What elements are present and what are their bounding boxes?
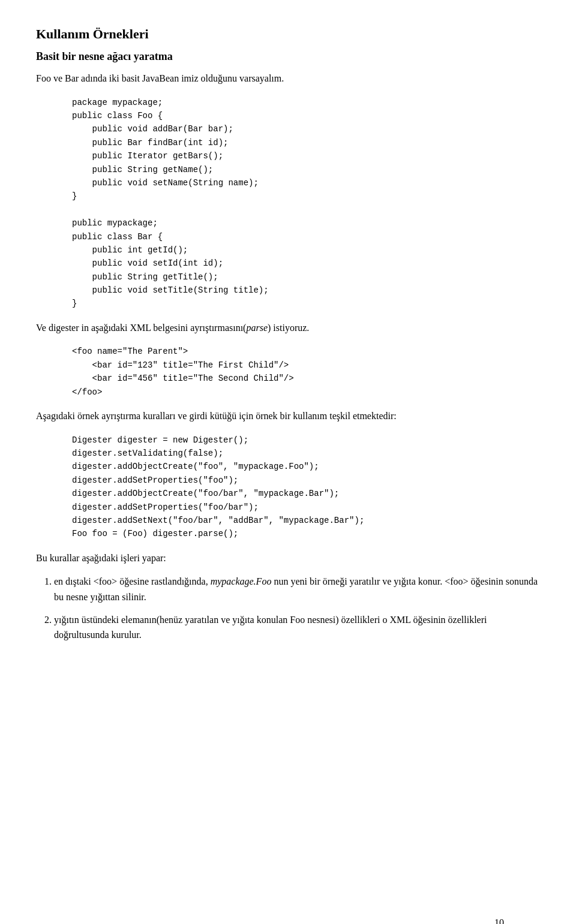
subsection-title: Basit bir nesne ağacı yaratma (36, 49, 540, 65)
middle-paragraph-end: ) istiyoruz. (268, 323, 309, 333)
code-block-1: package mypackage; public class Foo { pu… (72, 96, 540, 311)
list-item-2: yığıtın üstündeki elemanın(henüz yaratıl… (54, 612, 540, 643)
section-title: Kullanım Örnekleri (36, 24, 540, 44)
list-item-1-italic: mypackage.Foo (211, 576, 272, 586)
rules-title: Bu kurallar aşağıdaki işleri yapar: (36, 550, 540, 566)
intro-paragraph: Foo ve Bar adında iki basit JavaBean imi… (36, 71, 540, 86)
middle-paragraph-italic: parse (246, 323, 268, 333)
list-item-1-text-before: en dıştaki <foo> öğesine rastlandığında, (54, 576, 211, 586)
code-block-2: Digester digester = new Digester(); dige… (72, 434, 540, 541)
middle-paragraph-text: Ve digester in aşağıdaki XML belgesini a… (36, 323, 246, 333)
rules-list: en dıştaki <foo> öğesine rastlandığında,… (54, 574, 540, 642)
page-number: 10 (494, 916, 504, 924)
xml-block: <foo name="The Parent"> <bar id="123" ti… (72, 345, 540, 399)
middle-paragraph: Ve digester in aşağıdaki XML belgesini a… (36, 320, 540, 336)
list-item-1: en dıştaki <foo> öğesine rastlandığında,… (54, 574, 540, 604)
after-xml-paragraph: Aşagıdaki örnek ayrıştırma kuralları ve … (36, 408, 540, 424)
page-wrapper: Kullanım Örnekleri Basit bir nesne ağacı… (36, 24, 540, 924)
list-item-2-text: yığıtın üstündeki elemanın(henüz yaratıl… (54, 615, 487, 640)
